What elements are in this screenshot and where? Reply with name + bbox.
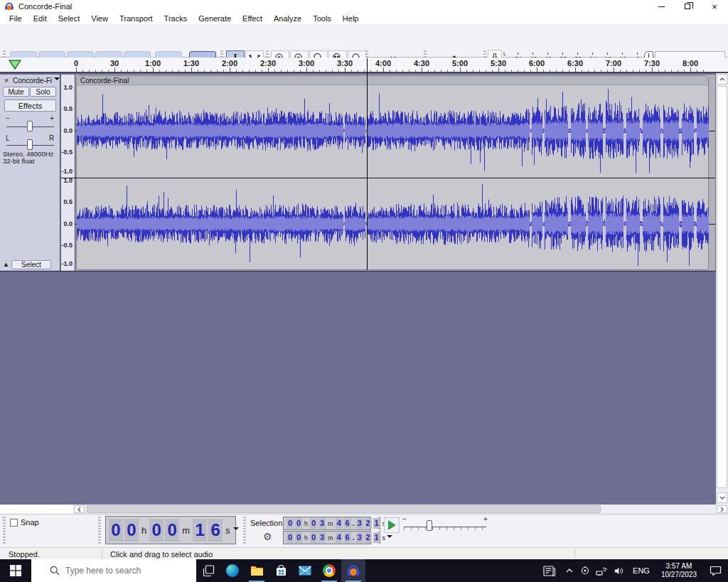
start-button[interactable] xyxy=(0,559,31,582)
taskbar-search-box[interactable] xyxy=(31,559,196,582)
network-button[interactable] xyxy=(593,559,610,582)
menu-bar: FileEditSelectViewTransportTracksGenerat… xyxy=(0,13,728,24)
ruler-time-label: 30 xyxy=(95,59,134,68)
status-bar: Stopped. Click and drag to select audio xyxy=(0,547,728,559)
scale-label: -1.0 xyxy=(51,260,73,267)
track-select-button[interactable]: Select xyxy=(11,260,51,269)
waveform-left-channel[interactable] xyxy=(77,86,709,178)
toolbar-grip[interactable] xyxy=(3,517,6,545)
edge-icon xyxy=(226,564,239,577)
snap-checkbox[interactable] xyxy=(10,519,18,527)
task-view-button[interactable] xyxy=(196,559,220,582)
gain-slider[interactable] xyxy=(27,121,33,131)
file-explorer-icon xyxy=(250,565,264,576)
close-button[interactable]: × xyxy=(702,0,727,13)
tray-sync-button[interactable] xyxy=(577,559,593,582)
menu-item[interactable]: File xyxy=(4,14,28,23)
close-icon: × xyxy=(712,2,717,11)
menu-item[interactable]: Generate xyxy=(193,14,237,23)
menu-item[interactable]: Analyze xyxy=(268,14,307,23)
scale-label: 0.5 xyxy=(51,105,73,112)
toolbar-grip[interactable] xyxy=(378,517,381,545)
collapse-track-button[interactable]: ▲ xyxy=(3,261,9,268)
search-icon xyxy=(50,566,60,576)
position-seconds: 16 xyxy=(192,519,223,541)
news-widget-button[interactable] xyxy=(537,559,562,582)
snap-toggle[interactable]: Snap xyxy=(10,518,39,527)
horizontal-scroll-thumb[interactable] xyxy=(87,505,601,513)
effects-button[interactable]: Effects xyxy=(4,99,56,112)
menu-item[interactable]: Tracks xyxy=(159,14,193,23)
selection-label: Selection xyxy=(250,519,282,527)
taskbar-chrome[interactable] xyxy=(317,559,341,582)
scroll-right-button[interactable] xyxy=(717,505,727,513)
play-at-speed-button[interactable] xyxy=(384,517,400,533)
volume-button[interactable] xyxy=(610,559,627,582)
status-message: Click and drag to select audio xyxy=(102,548,574,560)
ruler-time-label: 2:00 xyxy=(210,59,249,68)
pan-left-label: L xyxy=(6,134,10,142)
horizontal-scrollbar[interactable] xyxy=(73,505,728,514)
taskbar-microsoft-store[interactable] xyxy=(269,559,293,582)
selection-end-display[interactable]: 00 h 03 m 46.321 s xyxy=(283,531,371,544)
pan-slider[interactable] xyxy=(27,139,33,150)
menu-item[interactable]: Select xyxy=(53,14,86,23)
selection-start-display[interactable]: 00 h 03 m 46.321 s xyxy=(283,517,371,530)
sel-start-seconds: 46.321 xyxy=(335,518,381,529)
taskbar-clock[interactable]: 3:57 AM 10/27/2023 xyxy=(655,562,702,579)
vertical-scrollbar[interactable] xyxy=(716,73,728,505)
clock-date: 10/27/2023 xyxy=(661,571,697,579)
format-dropdown-arrow-icon[interactable] xyxy=(387,535,392,541)
timeline-options-button[interactable] xyxy=(9,60,21,70)
mute-button[interactable]: Mute xyxy=(3,87,29,97)
action-center-button[interactable] xyxy=(702,559,728,582)
vertical-scroll-thumb[interactable] xyxy=(717,86,727,488)
menu-item[interactable]: Effect xyxy=(237,14,268,23)
ruler-time-label: 5:00 xyxy=(441,59,479,68)
format-dropdown-arrow-icon[interactable] xyxy=(233,527,239,533)
taskbar-edge[interactable] xyxy=(220,559,245,582)
sel-end-minutes: 03 xyxy=(309,532,326,543)
audacity-window: Concorde-Final × FileEditSelectViewTrans… xyxy=(0,0,728,582)
track-format-line2: 32-bit float xyxy=(3,157,34,165)
left-channel-label: L xyxy=(503,51,507,56)
menu-item[interactable]: Tools xyxy=(307,14,337,23)
show-hidden-icons-button[interactable] xyxy=(562,559,577,582)
taskbar-mail[interactable] xyxy=(293,559,317,582)
sel-end-hours: 00 xyxy=(286,532,303,543)
network-icon xyxy=(596,566,607,576)
scroll-up-button[interactable] xyxy=(717,74,727,85)
playback-speed-slider[interactable]: − + xyxy=(402,517,489,532)
track-close-button[interactable]: × xyxy=(2,76,11,85)
sel-end-seconds: 46.321 xyxy=(335,532,381,543)
search-input[interactable] xyxy=(65,566,186,576)
menu-item[interactable]: Help xyxy=(337,14,365,23)
hours-unit: h xyxy=(304,534,308,541)
menu-item[interactable]: View xyxy=(85,14,114,23)
toolbar-grip[interactable] xyxy=(98,517,101,545)
scroll-down-button[interactable] xyxy=(717,492,727,503)
scroll-left-button[interactable] xyxy=(74,505,85,513)
taskbar-audacity[interactable] xyxy=(341,559,365,582)
action-center-icon xyxy=(710,566,722,576)
minimize-button[interactable] xyxy=(649,0,673,13)
task-view-icon xyxy=(203,565,215,577)
clip-header[interactable]: Concorde-Final xyxy=(77,76,708,85)
minutes-unit: m xyxy=(328,520,333,527)
toolbar-grip[interactable] xyxy=(243,517,246,545)
restore-button[interactable] xyxy=(675,0,700,13)
audio-position-display[interactable]: 00 h 00 m 16 s xyxy=(105,516,236,544)
language-indicator[interactable]: ENG xyxy=(627,559,655,582)
ruler-time-label: 7:00 xyxy=(594,59,633,68)
waveform-right-channel[interactable] xyxy=(77,178,709,270)
speed-slider-thumb[interactable] xyxy=(427,520,432,531)
chevron-left-icon xyxy=(77,507,81,512)
hours-unit: h xyxy=(141,525,146,536)
speed-minus-label: − xyxy=(402,515,407,523)
taskbar-file-explorer[interactable] xyxy=(245,559,269,582)
menu-item[interactable]: Transport xyxy=(114,14,159,23)
selection-settings-button[interactable]: ⚙ xyxy=(263,531,272,542)
ruler-time-label: 3:00 xyxy=(287,59,326,68)
snap-label: Snap xyxy=(21,518,39,527)
menu-item[interactable]: Edit xyxy=(28,14,53,23)
